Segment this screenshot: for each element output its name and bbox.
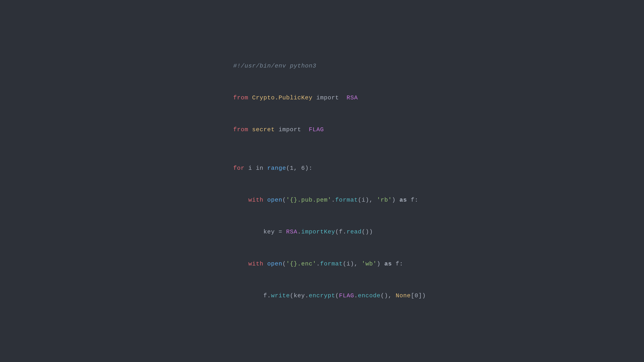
rsa-class: RSA <box>286 229 298 235</box>
from-keyword-1: from <box>233 94 248 101</box>
range-builtin: range <box>267 165 286 172</box>
var-i: i <box>248 165 252 172</box>
string-wb: 'wb' <box>362 261 377 267</box>
open-builtin-2: open <box>267 261 282 267</box>
in-keyword: in <box>256 165 264 172</box>
for-keyword: for <box>233 165 245 172</box>
eq-operator: = <box>278 229 282 235</box>
class-flag: FLAG <box>309 126 324 133</box>
f-var-4: f <box>264 293 267 299</box>
f-var-1: f: <box>411 197 418 203</box>
blank-line-1 <box>218 146 426 152</box>
none-keyword: None <box>396 293 411 299</box>
as-keyword-1: as <box>400 197 407 203</box>
from-keyword-2: from <box>233 126 248 133</box>
key-var-2: key <box>294 293 305 299</box>
module-name-1: Crypto.PublicKey <box>252 94 312 101</box>
key-var: key <box>264 229 275 235</box>
with-keyword-1: with <box>248 197 264 203</box>
import-keyword-2: import <box>278 126 301 133</box>
write-method: write <box>271 293 290 299</box>
string-pub-pem: '{}.pub.pem' <box>286 197 332 203</box>
dot-2: . <box>316 261 320 267</box>
code-line-2: from Crypto.PublicKey import RSA <box>218 82 426 114</box>
format-method-1: format <box>335 197 358 203</box>
range-args: (1, 6): <box>286 165 312 172</box>
encode-method: encode <box>358 293 380 299</box>
string-enc: '{}.enc' <box>286 261 316 267</box>
encrypt-method: encrypt <box>309 293 335 299</box>
format-method-2: format <box>320 261 343 267</box>
code-line-4: for i in range(1, 6): <box>218 152 426 184</box>
index-0: [0]) <box>411 293 426 299</box>
flag-class-2: FLAG <box>339 293 354 299</box>
with-keyword-2: with <box>248 261 264 267</box>
shebang-comment: #!/usr/bin/env python3 <box>233 63 316 69</box>
code-line-5: with open('{}.pub.pem'.format(i), 'rb') … <box>218 184 426 216</box>
importkey-method: importKey <box>301 229 335 235</box>
import-keyword-1: import <box>316 94 339 101</box>
class-rsa: RSA <box>346 94 358 101</box>
code-line-7: with open('{}.enc'.format(i), 'wb') as f… <box>218 248 426 280</box>
as-keyword-2: as <box>384 261 392 267</box>
f-var-2: f <box>339 229 343 235</box>
code-line-6: key = RSA.importKey(f.read()) <box>218 216 426 248</box>
code-line-8: f.write(key.encrypt(FLAG.encode(), None[… <box>218 280 426 312</box>
string-rb: 'rb' <box>377 197 392 203</box>
read-method: read <box>346 229 362 235</box>
module-name-2: secret <box>252 126 275 133</box>
code-block: #!/usr/bin/env python3 from Crypto.Publi… <box>205 40 440 322</box>
code-line-3: from secret import FLAG <box>218 114 426 146</box>
dot-1: . <box>332 197 335 203</box>
code-line-1: #!/usr/bin/env python3 <box>218 50 426 82</box>
f-var-3: f: <box>396 261 403 267</box>
open-builtin-1: open <box>267 197 282 203</box>
